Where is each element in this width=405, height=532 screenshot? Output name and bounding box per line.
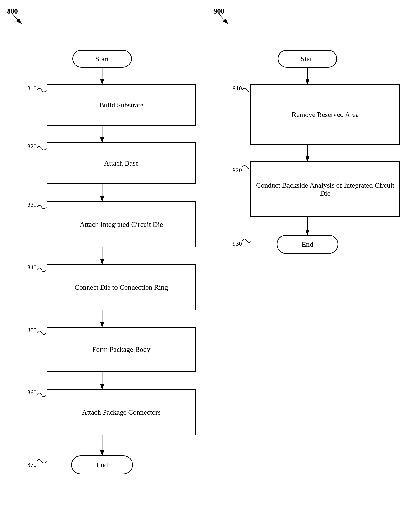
attach-pkg-connectors-box: Attach Package Connectors <box>47 389 196 435</box>
connect-die-box: Connect Die to Connection Ring <box>47 264 196 310</box>
label-930: 930 <box>233 240 242 247</box>
label-820: 820 <box>27 143 37 150</box>
form-package-body-box: Form Package Body <box>47 327 196 372</box>
diagram-900-label: 900 <box>214 7 224 15</box>
label-850: 850 <box>27 327 37 334</box>
label-870: 870 <box>27 461 37 468</box>
svg-line-12 <box>219 14 228 24</box>
label-910: 910 <box>233 85 242 92</box>
build-substrate-box: Build Substrate <box>47 84 196 126</box>
start-800: Start <box>72 50 132 68</box>
diagram-800-label: 800 <box>7 7 18 15</box>
label-830: 830 <box>27 201 37 208</box>
remove-reserved-area-box: Remove Reserved Area <box>250 84 400 145</box>
svg-line-8 <box>13 14 21 24</box>
conduct-backside-analysis-box: Conduct Backside Analysis of Integrated … <box>250 161 400 217</box>
label-860: 860 <box>27 389 37 396</box>
label-840: 840 <box>27 264 37 271</box>
start-900: Start <box>278 50 337 68</box>
attach-ic-die-box: Attach Integrated Circuit Die <box>47 201 196 247</box>
label-810: 810 <box>27 85 37 92</box>
end-800: End <box>71 455 133 474</box>
label-920: 920 <box>233 167 242 174</box>
attach-base-box: Attach Base <box>47 142 196 184</box>
diagram-container: 800 900 Start 810 Build Substrate 820 At… <box>0 0 405 532</box>
end-900: End <box>277 235 338 254</box>
